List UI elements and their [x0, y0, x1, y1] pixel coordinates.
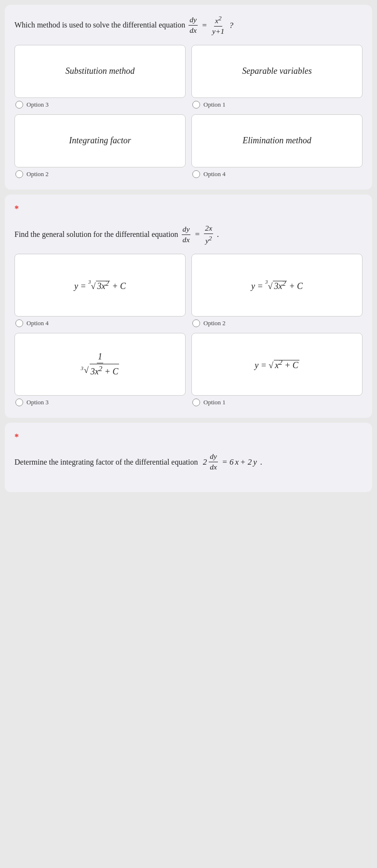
q1-option-1-label-text: Option 1 — [203, 101, 226, 109]
q1-options-grid: Substitution method Option 3 Separable v… — [14, 45, 363, 178]
question-2-text: Find the general solution for the differ… — [14, 224, 363, 246]
q2-option-3-content: 1 3√3x2 + C — [80, 352, 121, 377]
q3-text-before: Determine the integrating factor of the … — [14, 456, 198, 468]
q1-option-3-box[interactable]: Substitution method — [14, 45, 186, 98]
q1-text-before: Which method is used to solve the differ… — [14, 19, 185, 31]
q1-option-3-item: Substitution method Option 3 — [14, 45, 186, 109]
q2-option-1-content: y = √x2 + C — [255, 358, 299, 371]
q1-option-3-content: Substitution method — [66, 66, 135, 76]
question-3-card: * Determine the integrating factor of th… — [5, 423, 372, 492]
q2-option-2-box[interactable]: y = 3√3x2 + C — [191, 254, 363, 317]
q2-text-before: Find the general solution for the differ… — [14, 229, 178, 240]
q2-option-3-label[interactable]: Option 3 — [14, 399, 186, 406]
q1-option-4-radio[interactable] — [192, 170, 200, 178]
q1-option-4-box[interactable]: Elimination method — [191, 114, 363, 167]
q1-option-2-item: Integrating factor Option 2 — [14, 114, 186, 178]
q1-option-2-box[interactable]: Integrating factor — [14, 114, 186, 167]
q1-option-4-item: Elimination method Option 4 — [191, 114, 363, 178]
q2-option-2-content: y = 3√3x2 + C — [251, 279, 303, 291]
q2-option-1-item: y = √x2 + C Option 1 — [191, 333, 363, 406]
q2-option-4-label-text: Option 4 — [27, 319, 49, 327]
q3-asterisk: * — [14, 432, 363, 442]
q1-equation: dy dx = x2 y+1 ? — [188, 14, 233, 36]
q1-option-1-content: Separable variables — [242, 66, 311, 76]
q2-asterisk: * — [14, 204, 363, 214]
q2-option-1-label[interactable]: Option 1 — [191, 399, 363, 406]
q2-option-2-item: y = 3√3x2 + C Option 2 — [191, 254, 363, 327]
q1-option-4-content: Elimination method — [242, 136, 311, 146]
q2-option-4-box[interactable]: y = 3√3x2 + C — [14, 254, 186, 317]
q1-option-1-box[interactable]: Separable variables — [191, 45, 363, 98]
q2-option-2-radio[interactable] — [192, 319, 200, 327]
q1-option-2-radio[interactable] — [15, 170, 23, 178]
q2-option-4-item: y = 3√3x2 + C Option 4 — [14, 254, 186, 327]
q2-option-4-radio[interactable] — [15, 319, 23, 327]
q1-option-1-item: Separable variables Option 1 — [191, 45, 363, 109]
q1-option-3-label[interactable]: Option 3 — [14, 101, 186, 109]
q1-option-3-label-text: Option 3 — [27, 101, 49, 109]
q2-option-3-item: 1 3√3x2 + C Option 3 — [14, 333, 186, 406]
question-1-card: Which method is used to solve the differ… — [5, 5, 372, 190]
q3-equation: 2 dy dx = 6x + 2y . — [201, 452, 262, 472]
q2-option-4-label[interactable]: Option 4 — [14, 319, 186, 327]
q2-option-2-label[interactable]: Option 2 — [191, 319, 363, 327]
q1-option-2-label-text: Option 2 — [27, 170, 49, 178]
q1-option-2-content: Integrating factor — [69, 136, 131, 146]
q2-option-1-label-text: Option 1 — [203, 399, 226, 406]
q2-equation: dy dx = 2x y2 . — [181, 224, 219, 246]
q2-options-grid: y = 3√3x2 + C Option 4 y = 3√3x2 + C — [14, 254, 363, 406]
q1-option-3-radio[interactable] — [15, 101, 23, 109]
question-2-card: * Find the general solution for the diff… — [5, 194, 372, 418]
q1-option-4-label[interactable]: Option 4 — [191, 170, 363, 178]
q2-option-3-radio[interactable] — [15, 399, 23, 406]
q1-option-1-label[interactable]: Option 1 — [191, 101, 363, 109]
q2-option-3-label-text: Option 3 — [27, 399, 49, 406]
q1-option-1-radio[interactable] — [192, 101, 200, 109]
q2-option-1-box[interactable]: y = √x2 + C — [191, 333, 363, 396]
question-1-text: Which method is used to solve the differ… — [14, 14, 363, 36]
q2-option-1-radio[interactable] — [192, 399, 200, 406]
q2-option-3-box[interactable]: 1 3√3x2 + C — [14, 333, 186, 396]
q1-option-4-label-text: Option 4 — [203, 170, 226, 178]
q1-option-2-label[interactable]: Option 2 — [14, 170, 186, 178]
q2-option-2-label-text: Option 2 — [203, 319, 226, 327]
question-3-text: Determine the integrating factor of the … — [14, 452, 363, 472]
q2-option-4-content: y = 3√3x2 + C — [74, 279, 126, 291]
